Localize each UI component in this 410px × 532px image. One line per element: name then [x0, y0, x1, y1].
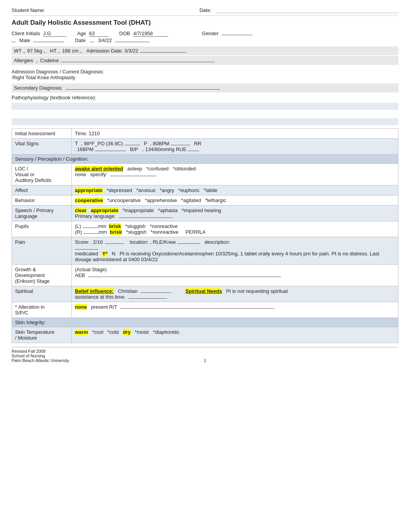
- pupils-line1: (L) mm brisk *sluggish *nonreactive: [75, 223, 395, 229]
- vital-signs-label: Vital Signs: [12, 139, 72, 155]
- growth-actual: (Actual Stage): [75, 267, 395, 272]
- pupils-line2: (R) mm brisk *sluggish *nonreactive PERR…: [75, 229, 395, 235]
- gender-value: Male: [19, 37, 30, 43]
- medicated-y: Y*: [102, 251, 108, 257]
- pupils-brisk-r: brisk: [110, 229, 122, 235]
- pain-label: Pain: [12, 237, 72, 265]
- initial-assessment-label: Initial Assessment: [12, 129, 72, 139]
- admission-date-label: Admission Date:: [86, 48, 123, 54]
- spiritual-line1: Belief influence: Christian Spiritual Ne…: [75, 288, 395, 294]
- gender-label: Gender: [202, 31, 219, 36]
- allergies-value: Codeine: [40, 58, 59, 63]
- affect-label: Affect: [12, 185, 72, 195]
- skin-temp-label: Skin Temperature/ Moisture: [12, 327, 72, 343]
- time-value: 1210: [89, 131, 100, 136]
- perrla-label: PERRLA: [185, 229, 205, 235]
- pathophysiology-section: Pathophysiology (textbook reference):: [12, 95, 398, 100]
- behavior-label: Behavior: [12, 195, 72, 206]
- belief-influence-label: Belief influence:: [75, 288, 114, 294]
- footer-left: Revised Fall 2008 School of Nursing Palm…: [12, 349, 97, 363]
- loc-row: LOC /Visual orAuditory Deficits awake al…: [12, 164, 398, 185]
- bp-value: 134/80mmhg RUE: [145, 146, 186, 152]
- footer-center: 1: [97, 358, 313, 363]
- vital-signs-line1: T 98*F_PO (36.9C) P 80BPM RR: [75, 141, 395, 146]
- spiritual-line2: assistance at this time.: [75, 294, 395, 300]
- spiritual-needs-detail: Pt is not requesting spiritual: [226, 288, 288, 294]
- allergies-label: Allergies: [14, 58, 33, 63]
- loc-highlighted: awake alert oriented: [75, 166, 123, 172]
- diagnosis-value: Right Total Knee Arthoplasty: [12, 75, 398, 80]
- secondary-diagnosis-row: Secondary Diagnosis:: [12, 83, 398, 92]
- sensory-section-header: Sensory / Perception / Cognition:: [12, 155, 398, 164]
- t-value: 98*F_PO (36.9C): [84, 141, 123, 146]
- pain-score-value: 2/10: [93, 239, 103, 245]
- spiritual-needs-label: Spiritual Needs: [185, 288, 222, 294]
- age-label: Age: [77, 31, 86, 36]
- dob-label: DOB: [119, 31, 130, 36]
- pain-score-line: Score: 2/10 location: RLE/Knee descripti…: [75, 239, 395, 245]
- spiritual-label: Spiritual: [12, 286, 72, 302]
- age-value: 63: [89, 31, 95, 36]
- behavior-highlighted: cooperative: [75, 197, 103, 203]
- affect-row: Affect appropriate *depressed *anxious *…: [12, 185, 398, 195]
- ht-value: 188 cm: [62, 48, 79, 54]
- vital-signs-row: Vital Signs T 98*F_PO (36.9C) P 80BPM RR: [12, 139, 398, 155]
- sensory-label: Sensory / Perception / Cognition:: [12, 155, 398, 164]
- page-title: Adult Daily Holistic Assessment Tool (DH…: [12, 19, 398, 27]
- footer-line3: Palm Beach Atlantic University: [12, 358, 97, 363]
- wt-value: 97.5kg: [27, 48, 42, 54]
- speech-label: Speech / PrimaryLanguage: [12, 206, 72, 221]
- growth-row: Growth &Development(Erikson) Stage (Actu…: [12, 265, 398, 286]
- alteration-label: * Alteration inS/P/C: [12, 302, 72, 318]
- pupils-row: Pupils (L) mm brisk *sluggish *nonreacti…: [12, 221, 398, 237]
- initial-assessment-row: Initial Assessment Time: 1210: [12, 129, 398, 139]
- pupils-brisk-l: brisk: [109, 223, 121, 229]
- wt-label: WT: [14, 48, 22, 54]
- growth-value: AEB: [75, 272, 85, 278]
- spiritual-row: Spiritual Belief influence: Christian Sp…: [12, 286, 398, 302]
- growth-aeb-line: AEB: [75, 272, 395, 278]
- assistance-text: assistance at this time.: [75, 294, 126, 300]
- empty-row-2: [12, 110, 398, 117]
- skin-dry-highlighted: dry: [123, 329, 130, 335]
- speech-row: Speech / PrimaryLanguage clear appropria…: [12, 206, 398, 221]
- skin-integrity-header: Skin Integrity:: [12, 318, 398, 327]
- footer: Revised Fall 2008 School of Nursing Palm…: [12, 347, 398, 363]
- assessment-table: Initial Assessment Time: 1210 Vital Sign…: [12, 128, 398, 343]
- secondary-diagnosis-label: Secondary Diagnosis:: [14, 85, 63, 91]
- loc-label: LOC /Visual orAuditory Deficits: [12, 164, 72, 185]
- empty-row-1: [12, 103, 398, 110]
- client-info-block: Client Initials J.G Age 63 DOB 4/7/1958 …: [12, 31, 398, 43]
- pain-row: Pain Score: 2/10 location: RLE/Knee desc…: [12, 237, 398, 265]
- pain-location-value: RLE/Knee: [153, 239, 176, 245]
- affect-highlighted: appropriate: [75, 187, 103, 193]
- date-entry-value: 3/4/22: [98, 37, 112, 43]
- diagnosis-section: Admission Diagnosis / Current Diagnosis:…: [12, 69, 398, 80]
- page-number: 1: [204, 358, 206, 363]
- physical-info-row: WT 97.5kg HT 188 cm Admission Date: 3/3/…: [12, 46, 398, 55]
- initials-label: Client Initials: [12, 31, 40, 36]
- growth-actual-label: (Actual Stage): [75, 267, 107, 272]
- student-name-label: Student Name:: [12, 7, 45, 13]
- allergies-row: Allergies Codeine: [12, 56, 398, 65]
- skin-temp-row: Skin Temperature/ Moisture warm *cool *c…: [12, 327, 398, 343]
- date-entry-label: Date: [75, 37, 85, 43]
- growth-label: Growth &Development(Erikson) Stage: [12, 265, 72, 286]
- belief-value: Christian: [118, 288, 137, 294]
- dob-value: 4/7/1958: [133, 31, 153, 36]
- alteration-row: * Alteration inS/P/C none present R/T: [12, 302, 398, 318]
- pupils-label: Pupils: [12, 221, 72, 237]
- ht-label: HT: [50, 48, 57, 54]
- initials-value: J.G: [43, 31, 66, 37]
- speech-highlighted2: appropriate: [91, 207, 119, 213]
- medicated-label: medicated: [75, 251, 98, 257]
- diagnosis-label: Admission Diagnosis / Current Diagnosis:: [12, 69, 398, 75]
- pain-medicated-line: medicated Y* N Pt is receiving Oxycodone…: [75, 251, 395, 262]
- p-value: 80BPM: [153, 141, 169, 146]
- vital-signs-line2: 16BPM B/P 134/80mmhg RUE: [75, 146, 395, 152]
- pathophysiology-label: Pathophysiology (textbook reference):: [12, 95, 96, 100]
- skin-integrity-label: Skin Integrity:: [12, 318, 398, 327]
- skin-temp-highlighted: warm: [75, 329, 88, 335]
- time-label: Time:: [75, 131, 87, 136]
- footer-line1: Revised Fall 2008: [12, 349, 97, 354]
